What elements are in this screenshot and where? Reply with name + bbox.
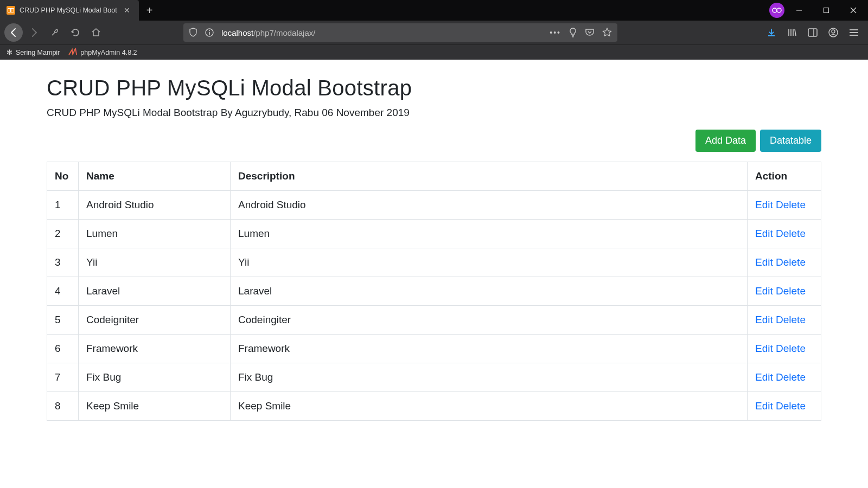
cell-action: Edit Delete: [748, 191, 821, 220]
cell-no: 1: [47, 191, 79, 220]
forward-button[interactable]: [25, 23, 43, 42]
table-row: 3YiiYiiEdit Delete: [47, 248, 821, 277]
bookmark-star-icon[interactable]: [602, 28, 612, 37]
delete-link[interactable]: Delete: [776, 256, 806, 268]
account-button[interactable]: [824, 23, 843, 42]
th-description: Description: [231, 162, 748, 191]
window-minimize-button[interactable]: [787, 0, 812, 21]
cell-description: Codeingiter: [231, 306, 748, 335]
table-row: 5CodeigniterCodeingiterEdit Delete: [47, 306, 821, 335]
bookmarks-bar: ✻ Sering Mampir phpMyAdmin 4.8.2: [0, 44, 868, 60]
table-row: 7Fix BugFix BugEdit Delete: [47, 363, 821, 392]
table-row: 8Keep SmileKeep SmileEdit Delete: [47, 392, 821, 421]
cell-description: Fix Bug: [231, 363, 748, 392]
cell-description: Framework: [231, 335, 748, 363]
gear-icon: ✻: [7, 48, 12, 56]
downloads-button[interactable]: [762, 23, 781, 42]
edit-link[interactable]: Edit: [755, 371, 773, 383]
bookmark-label: Sering Mampir: [16, 49, 60, 56]
pocket-icon[interactable]: [585, 28, 595, 37]
delete-link[interactable]: Delete: [776, 314, 806, 325]
cell-action: Edit Delete: [748, 248, 821, 277]
th-action: Action: [748, 162, 821, 191]
reload-button[interactable]: [66, 23, 85, 42]
cell-name: Codeigniter: [79, 306, 231, 335]
delete-link[interactable]: Delete: [776, 285, 806, 297]
delete-link[interactable]: Delete: [776, 199, 806, 210]
tab-bar: CRUD PHP MySQLi Modal Boot ✕ +: [0, 0, 868, 21]
cell-name: Keep Smile: [79, 392, 231, 421]
svg-line-12: [795, 29, 796, 36]
dev-tools-button[interactable]: [46, 23, 64, 42]
bookmark-label: phpMyAdmin 4.8.2: [80, 49, 137, 56]
th-name: Name: [79, 162, 231, 191]
cell-description: Android Studio: [231, 191, 748, 220]
edit-link[interactable]: Edit: [755, 228, 773, 239]
cell-name: Lumen: [79, 220, 231, 248]
sidebar-button[interactable]: [803, 23, 822, 42]
delete-link[interactable]: Delete: [776, 371, 806, 383]
close-tab-icon[interactable]: ✕: [122, 5, 132, 16]
delete-link[interactable]: Delete: [776, 400, 806, 412]
home-button[interactable]: [87, 23, 105, 42]
cell-name: Laravel: [79, 277, 231, 306]
cell-no: 7: [47, 363, 79, 392]
cell-action: Edit Delete: [748, 392, 821, 421]
cell-name: Fix Bug: [79, 363, 231, 392]
window-close-button[interactable]: [841, 0, 866, 21]
window-maximize-button[interactable]: [814, 0, 839, 21]
cell-name: Android Studio: [79, 191, 231, 220]
more-icon[interactable]: •••: [550, 28, 561, 37]
table-row: 6FrameworkFrameworkEdit Delete: [47, 335, 821, 363]
cell-no: 4: [47, 277, 79, 306]
svg-point-16: [832, 30, 835, 33]
svg-rect-13: [808, 29, 817, 36]
data-table: No Name Description Action 1Android Stud…: [47, 162, 821, 421]
th-no: No: [47, 162, 79, 191]
bookmark-phpmyadmin[interactable]: phpMyAdmin 4.8.2: [68, 48, 137, 57]
page-heading: CRUD PHP MySQLi Modal Bootstrap: [47, 76, 821, 100]
edit-link[interactable]: Edit: [755, 199, 773, 210]
url-bar[interactable]: localhost/php7/modalajax/ •••: [183, 23, 617, 42]
svg-rect-3: [824, 8, 829, 13]
svg-point-8: [209, 30, 210, 31]
bulb-icon[interactable]: [569, 28, 577, 37]
svg-point-1: [777, 8, 781, 12]
cell-description: Laravel: [231, 277, 748, 306]
page-subtitle: CRUD PHP MySQLi Modal Bootstrap By Aguzr…: [47, 107, 821, 119]
cell-no: 6: [47, 335, 79, 363]
cell-name: Framework: [79, 335, 231, 363]
cell-no: 5: [47, 306, 79, 335]
url-text: localhost/php7/modalajax/: [221, 28, 542, 37]
cell-action: Edit Delete: [748, 220, 821, 248]
library-button[interactable]: [782, 23, 802, 42]
menu-button[interactable]: [844, 23, 864, 42]
datatable-button[interactable]: Datatable: [760, 130, 821, 152]
private-mode-icon: [769, 3, 784, 18]
browser-tab[interactable]: CRUD PHP MySQLi Modal Boot ✕: [0, 0, 139, 21]
shield-icon[interactable]: [189, 28, 197, 37]
back-button[interactable]: [4, 23, 23, 42]
table-row: 2LumenLumenEdit Delete: [47, 220, 821, 248]
cell-description: Keep Smile: [231, 392, 748, 421]
cell-no: 2: [47, 220, 79, 248]
cell-action: Edit Delete: [748, 277, 821, 306]
new-tab-button[interactable]: +: [139, 4, 161, 17]
svg-point-0: [773, 8, 777, 12]
tab-title: CRUD PHP MySQLi Modal Boot: [20, 7, 117, 14]
edit-link[interactable]: Edit: [755, 285, 773, 297]
edit-link[interactable]: Edit: [755, 400, 773, 412]
edit-link[interactable]: Edit: [755, 314, 773, 325]
table-row: 1Android StudioAndroid StudioEdit Delete: [47, 191, 821, 220]
edit-link[interactable]: Edit: [755, 256, 773, 268]
delete-link[interactable]: Delete: [776, 343, 806, 354]
add-data-button[interactable]: Add Data: [695, 130, 756, 152]
page-viewport[interactable]: CRUD PHP MySQLi Modal Bootstrap CRUD PHP…: [0, 60, 868, 488]
bookmark-sering-mampir[interactable]: ✻ Sering Mampir: [7, 48, 60, 56]
info-icon[interactable]: [205, 28, 214, 37]
cell-name: Yii: [79, 248, 231, 277]
cell-action: Edit Delete: [748, 306, 821, 335]
edit-link[interactable]: Edit: [755, 343, 773, 354]
delete-link[interactable]: Delete: [776, 228, 806, 239]
cell-no: 8: [47, 392, 79, 421]
